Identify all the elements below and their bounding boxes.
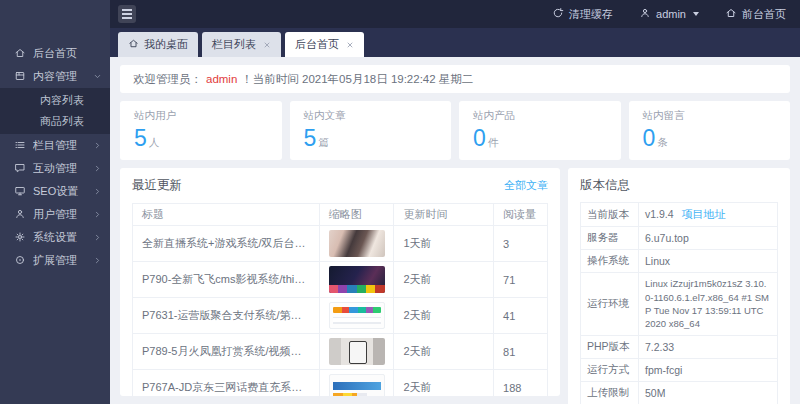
version-label: 运行环境 bbox=[581, 273, 639, 335]
sidebar-item-users[interactable]: 用户管理 bbox=[0, 203, 110, 226]
article-title[interactable]: 全新直播系统+游戏系统/双后台服... bbox=[142, 236, 310, 251]
version-row: 运行方式 fpm-fcgi bbox=[581, 358, 778, 381]
sidebar-subitem-goods-list[interactable]: 商品列表 bbox=[0, 111, 110, 132]
home-icon bbox=[725, 7, 737, 21]
sidebar-item-interaction[interactable]: 互动管理 bbox=[0, 157, 110, 180]
version-row: 操作系统 Linux bbox=[581, 250, 778, 273]
clear-cache-button[interactable]: 清理缓存 bbox=[552, 7, 613, 22]
user-icon bbox=[14, 208, 26, 222]
article-title[interactable]: P7631-运营版聚合支付系统/第三方... bbox=[142, 308, 310, 323]
tab-my-desktop[interactable]: 我的桌面 bbox=[118, 32, 198, 57]
panels-row: 最近更新 全部文章 标题 缩略图 更新时间 阅读量 bbox=[120, 168, 790, 396]
tab-column-list[interactable]: 栏目列表 bbox=[202, 32, 281, 57]
thumbnail-image bbox=[329, 374, 385, 396]
chevron-right-icon bbox=[93, 187, 102, 196]
article-reads: 41 bbox=[503, 310, 515, 322]
version-value: 6.u7u.top bbox=[645, 232, 689, 244]
project-url-link[interactable]: 项目地址 bbox=[682, 208, 726, 220]
version-label: 运行方式 bbox=[581, 358, 639, 381]
sidebar-subitem-content-list[interactable]: 内容列表 bbox=[0, 90, 110, 111]
version-value: 7.2.33 bbox=[645, 341, 674, 353]
front-home-button[interactable]: 前台首页 bbox=[725, 7, 786, 22]
stat-value: 0 bbox=[643, 125, 656, 151]
thumbnail-image bbox=[329, 302, 385, 329]
recent-articles-table: 标题 缩略图 更新时间 阅读量 全新直播系统+游戏系统/双后台服... 1天前 bbox=[132, 203, 548, 396]
sidebar-submenu-content: 内容列表 商品列表 bbox=[0, 88, 110, 134]
table-header-row: 标题 缩略图 更新时间 阅读量 bbox=[133, 204, 548, 226]
stat-card-articles: 站内文章 5篇 bbox=[290, 101, 452, 160]
home-icon bbox=[14, 47, 26, 61]
welcome-prefix: 欢迎管理员： bbox=[133, 72, 202, 87]
monitor-icon bbox=[14, 185, 26, 199]
article-reads: 188 bbox=[503, 382, 521, 394]
sidebar-item-seo[interactable]: SEO设置 bbox=[0, 180, 110, 203]
chevron-right-icon bbox=[93, 256, 102, 265]
content-box-icon bbox=[14, 70, 26, 84]
topbar: 清理缓存 admin 前台首页 bbox=[110, 0, 800, 28]
close-icon[interactable] bbox=[263, 41, 271, 49]
article-title[interactable]: P767A-JD京东三网话费直充系统/移... bbox=[142, 380, 310, 395]
stat-unit: 件 bbox=[488, 136, 499, 148]
sidebar-item-content[interactable]: 内容管理 bbox=[0, 65, 110, 88]
version-label: 上传限制 bbox=[581, 381, 639, 404]
article-title[interactable]: P790-全新飞飞cms影视系统/think... bbox=[142, 272, 310, 287]
main-column: 清理缓存 admin 前台首页 我的桌面 栏目列表 后台首页 bbox=[110, 0, 800, 404]
table-row[interactable]: 全新直播系统+游戏系统/双后台服... 1天前 3 bbox=[133, 226, 548, 262]
all-articles-link[interactable]: 全部文章 bbox=[504, 178, 548, 193]
table-row[interactable]: P767A-JD京东三网话费直充系统/移... 2天前 188 bbox=[133, 370, 548, 396]
stat-value: 5 bbox=[134, 125, 147, 151]
right-column: 版本信息 当前版本 v1.9.4项目地址 服务器 6.u7u.top bbox=[568, 168, 790, 396]
stat-card-messages: 站内留言 0条 bbox=[629, 101, 791, 160]
sidebar-subitem-label: 内容列表 bbox=[40, 93, 84, 108]
stats-row: 站内用户 5人 站内文章 5篇 站内产品 0件 站内留言 0条 bbox=[120, 101, 790, 160]
sidebar-item-extensions[interactable]: 扩展管理 bbox=[0, 249, 110, 272]
sidebar-item-columns[interactable]: 栏目管理 bbox=[0, 134, 110, 157]
column-header-updated: 更新时间 bbox=[394, 204, 494, 226]
panel-title: 版本信息 bbox=[580, 177, 630, 194]
article-time: 2天前 bbox=[403, 381, 431, 393]
welcome-time: ！当前时间 2021年05月18日 19:22:42 星期二 bbox=[241, 72, 473, 87]
chevron-right-icon bbox=[93, 233, 102, 242]
table-row[interactable]: P790-全新飞飞cms影视系统/think... 2天前 71 bbox=[133, 262, 548, 298]
admin-dashboard: 后台首页 内容管理 内容列表 商品列表 栏目管理 互动管理 bbox=[0, 0, 800, 404]
version-info-panel: 版本信息 当前版本 v1.9.4项目地址 服务器 6.u7u.top bbox=[568, 168, 790, 404]
table-row[interactable]: P789-5月火凤凰打赏系统/视频打赏... 2天前 81 bbox=[133, 334, 548, 370]
article-reads: 81 bbox=[503, 346, 515, 358]
tab-label: 后台首页 bbox=[295, 37, 339, 52]
welcome-username: admin bbox=[206, 73, 237, 85]
version-row: 当前版本 v1.9.4项目地址 bbox=[581, 203, 778, 227]
version-row: 运行环境 Linux iZzujr1m5k0z1sZ 3.10.0-1160.6… bbox=[581, 273, 778, 335]
stat-unit: 条 bbox=[657, 136, 668, 148]
sidebar-item-label: 后台首页 bbox=[33, 46, 102, 61]
article-title[interactable]: P789-5月火凤凰打赏系统/视频打赏... bbox=[142, 344, 310, 359]
close-icon[interactable] bbox=[346, 41, 354, 49]
article-time: 2天前 bbox=[403, 345, 431, 357]
column-header-title: 标题 bbox=[133, 204, 320, 226]
welcome-bar: 欢迎管理员： admin ！当前时间 2021年05月18日 19:22:42 … bbox=[120, 65, 790, 93]
menu-toggle-button[interactable] bbox=[118, 5, 136, 23]
chevron-right-icon bbox=[93, 164, 102, 173]
table-row[interactable]: P7631-运营版聚合支付系统/第三方... 2天前 41 bbox=[133, 298, 548, 334]
stat-unit: 篇 bbox=[318, 136, 329, 148]
article-reads: 71 bbox=[503, 274, 515, 286]
sidebar-item-label: 扩展管理 bbox=[33, 253, 86, 268]
user-icon bbox=[639, 7, 651, 21]
sidebar-item-system[interactable]: 系统设置 bbox=[0, 226, 110, 249]
stat-label: 站内文章 bbox=[304, 109, 438, 123]
sidebar: 后台首页 内容管理 内容列表 商品列表 栏目管理 互动管理 bbox=[0, 0, 110, 404]
version-row: 上传限制 50M bbox=[581, 381, 778, 404]
extension-icon bbox=[14, 254, 26, 268]
stat-label: 站内留言 bbox=[643, 109, 777, 123]
version-label: 当前版本 bbox=[581, 203, 639, 227]
sidebar-item-label: SEO设置 bbox=[33, 184, 86, 199]
version-value: 50M bbox=[645, 387, 665, 399]
sidebar-item-label: 系统设置 bbox=[33, 230, 86, 245]
version-value: Linux iZzujr1m5k0z1sZ 3.10.0-1160.6.1.el… bbox=[645, 278, 769, 329]
chevron-right-icon bbox=[93, 210, 102, 219]
tab-admin-home[interactable]: 后台首页 bbox=[285, 32, 364, 57]
list-icon bbox=[14, 139, 26, 153]
version-row: 服务器 6.u7u.top bbox=[581, 227, 778, 250]
stat-label: 站内产品 bbox=[473, 109, 607, 123]
user-menu[interactable]: admin bbox=[639, 7, 699, 21]
sidebar-item-home[interactable]: 后台首页 bbox=[0, 42, 110, 65]
